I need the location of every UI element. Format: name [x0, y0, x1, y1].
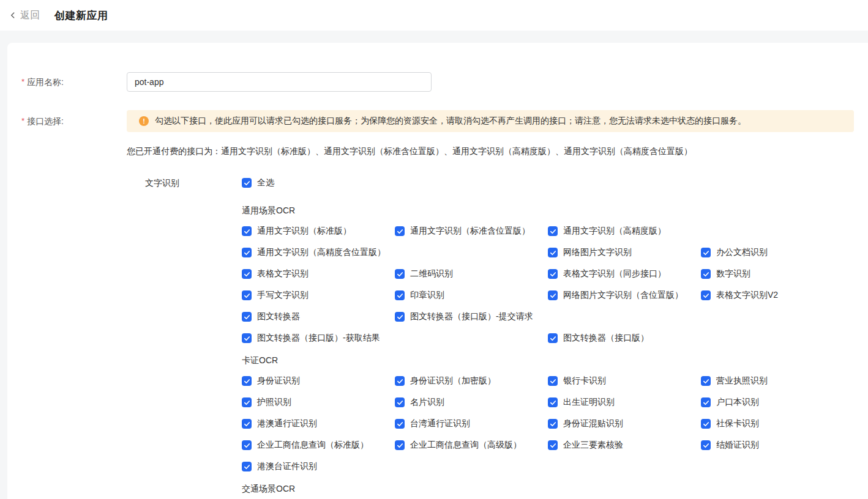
checkbox-checked-icon[interactable] — [395, 419, 405, 429]
api-checkbox-item[interactable]: 港澳通行证识别 — [242, 418, 395, 430]
paid-apis-notice: 您已开通付费的接口为：通用文字识别（标准版）、通用文字识别（标准含位置版）、通用… — [127, 145, 854, 157]
checkbox-checked-icon[interactable] — [395, 290, 405, 300]
checkbox-checked-icon[interactable] — [701, 290, 711, 300]
checkbox-label: 台湾通行证识别 — [410, 418, 470, 429]
api-checkbox-item[interactable]: 户口本识别 — [701, 396, 854, 408]
checkbox-label: 图文转换器 — [257, 311, 300, 322]
api-checkbox-item[interactable]: 身份证识别 — [242, 375, 395, 387]
checkbox-checked-icon[interactable] — [242, 397, 252, 407]
api-checkbox-item[interactable]: 表格文字识别（同步接口） — [548, 268, 701, 280]
checkbox-checked-icon[interactable] — [242, 312, 252, 322]
checkbox-label: 表格文字识别 — [257, 268, 309, 279]
checkbox-label: 名片识别 — [410, 397, 444, 408]
api-checkbox-item[interactable]: 通用文字识别（标准版） — [242, 225, 395, 237]
api-checkbox-item[interactable]: 名片识别 — [395, 396, 548, 408]
api-checkbox-item[interactable]: 图文转换器（接口版）-提交请求 — [395, 311, 548, 323]
checkbox-groups: 通用场景OCR 通用文字识别（标准版） 通用文字识别（标准含位置版） 通用文字识… — [242, 204, 854, 499]
select-all-checkbox[interactable]: 全选 — [242, 177, 274, 189]
checkbox-label: 银行卡识别 — [563, 375, 606, 386]
api-checkbox-item[interactable]: 网络图片文字识别 — [548, 246, 701, 259]
checkbox-checked-icon[interactable] — [701, 397, 711, 407]
checkbox-checked-icon[interactable] — [395, 376, 405, 386]
required-asterisk: * — [21, 116, 24, 125]
checkbox-checked-icon[interactable] — [548, 419, 558, 429]
checkbox-checked-icon[interactable] — [395, 269, 405, 279]
checkbox-checked-icon[interactable] — [242, 290, 252, 300]
checkbox-checked-icon[interactable] — [701, 440, 711, 450]
checkbox-label: 表格文字识别V2 — [716, 290, 778, 301]
checkbox-checked-icon[interactable] — [395, 226, 405, 236]
group-title: 交通场景OCR — [242, 482, 854, 495]
checkbox-checked-icon[interactable] — [548, 397, 558, 407]
checkbox-checked-icon[interactable] — [242, 333, 252, 343]
checkbox-checked-icon[interactable] — [242, 178, 252, 188]
api-checkbox-item[interactable]: 社保卡识别 — [701, 418, 854, 430]
checkbox-checked-icon[interactable] — [701, 376, 711, 386]
page-title: 创建新应用 — [54, 9, 108, 23]
api-checkbox-item[interactable]: 印章识别 — [395, 289, 548, 301]
api-checkbox-item[interactable]: 二维码识别 — [395, 268, 548, 280]
checkbox-label: 通用文字识别（标准版） — [257, 226, 351, 237]
api-checkbox-item[interactable]: 出生证明识别 — [548, 396, 701, 408]
checkbox-checked-icon[interactable] — [242, 440, 252, 450]
checkbox-checked-icon[interactable] — [701, 419, 711, 429]
app-name-input[interactable] — [127, 72, 432, 92]
checkbox-checked-icon[interactable] — [701, 269, 711, 279]
api-checkbox-item[interactable]: 护照识别 — [242, 396, 395, 408]
api-checkbox-item[interactable]: 通用文字识别（高精度含位置版） — [242, 246, 395, 259]
select-all-label: 全选 — [257, 177, 274, 188]
checkbox-checked-icon[interactable] — [548, 376, 558, 386]
main-panel: *应用名称: *接口选择: ! 勾选以下接口，使此应用可以请求已勾选的接口服务；… — [7, 43, 868, 499]
checkbox-label: 通用文字识别（高精度含位置版） — [257, 247, 386, 258]
api-checkbox-item[interactable]: 网络图片文字识别（含位置版） — [548, 289, 701, 301]
checkbox-checked-icon[interactable] — [395, 440, 405, 450]
api-checkbox-item[interactable]: 企业工商信息查询（高级版） — [395, 439, 548, 451]
checkbox-checked-icon[interactable] — [395, 397, 405, 407]
checkbox-label: 图文转换器（接口版） — [563, 333, 649, 344]
checkbox-checked-icon[interactable] — [701, 248, 711, 257]
api-checkbox-item[interactable]: 图文转换器（接口版）-获取结果 — [242, 332, 395, 344]
api-checkbox-item[interactable]: 身份证混贴识别 — [548, 418, 701, 430]
api-checkbox-item[interactable]: 通用文字识别（高精度版） — [548, 225, 701, 237]
checkbox-checked-icon[interactable] — [242, 248, 252, 257]
app-name-row: *应用名称: — [21, 72, 854, 92]
checkbox-checked-icon[interactable] — [242, 269, 252, 279]
api-checkbox-item[interactable]: 台湾通行证识别 — [395, 418, 548, 430]
api-checkbox-item[interactable]: 表格文字识别V2 — [701, 289, 854, 301]
checkbox-label: 网络图片文字识别 — [563, 247, 632, 258]
checkbox-label: 企业三要素核验 — [563, 440, 623, 451]
api-checkbox-item[interactable]: 企业工商信息查询（标准版） — [242, 439, 395, 451]
api-checkbox-item[interactable]: 结婚证识别 — [701, 439, 854, 451]
checkbox-checked-icon[interactable] — [548, 440, 558, 450]
api-checkbox-item[interactable]: 通用文字识别（标准含位置版） — [395, 225, 548, 237]
api-group: 卡证OCR 身份证识别 身份证识别（加密版） 银行卡识别 营业执照识别 护照识别 — [242, 354, 854, 482]
checkbox-checked-icon[interactable] — [395, 312, 405, 322]
api-group: 交通场景OCR — [242, 482, 854, 499]
api-checkbox-item[interactable]: 图文转换器（接口版） — [548, 332, 701, 344]
checkbox-checked-icon[interactable] — [242, 419, 252, 429]
group-grid: 身份证识别 身份证识别（加密版） 银行卡识别 营业执照识别 护照识别 名片识别 — [242, 375, 854, 482]
checkbox-checked-icon[interactable] — [242, 462, 252, 471]
checkbox-label: 社保卡识别 — [716, 418, 759, 429]
checkbox-checked-icon[interactable] — [548, 333, 558, 343]
checkbox-checked-icon[interactable] — [548, 290, 558, 300]
api-checkbox-item[interactable]: 数字识别 — [701, 268, 854, 280]
group-grid: 通用文字识别（标准版） 通用文字识别（标准含位置版） 通用文字识别（高精度版） … — [242, 225, 854, 353]
api-checkbox-item[interactable]: 港澳台证件识别 — [242, 460, 395, 473]
checkbox-label: 图文转换器（接口版）-提交请求 — [410, 311, 533, 322]
api-checkbox-item[interactable]: 企业三要素核验 — [548, 439, 701, 451]
api-checkbox-item[interactable]: 图文转换器 — [242, 311, 395, 323]
api-group: 通用场景OCR 通用文字识别（标准版） 通用文字识别（标准含位置版） 通用文字识… — [242, 204, 854, 353]
api-checkbox-item[interactable]: 身份证识别（加密版） — [395, 375, 548, 387]
api-checkbox-item[interactable]: 表格文字识别 — [242, 268, 395, 280]
checkbox-checked-icon[interactable] — [548, 226, 558, 236]
api-checkbox-item[interactable]: 银行卡识别 — [548, 375, 701, 387]
api-checkbox-item[interactable]: 营业执照识别 — [701, 375, 854, 387]
back-button[interactable]: 返回 — [9, 9, 40, 22]
checkbox-checked-icon[interactable] — [548, 269, 558, 279]
checkbox-checked-icon[interactable] — [242, 376, 252, 386]
api-checkbox-item[interactable]: 手写文字识别 — [242, 289, 395, 301]
checkbox-checked-icon[interactable] — [242, 226, 252, 236]
checkbox-checked-icon[interactable] — [548, 248, 558, 257]
api-checkbox-item[interactable]: 办公文档识别 — [701, 246, 854, 259]
